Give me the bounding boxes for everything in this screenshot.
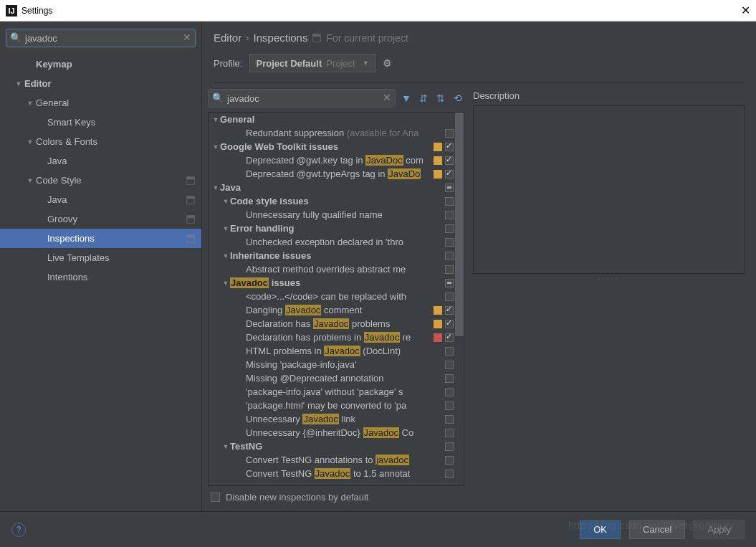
- inspection-row[interactable]: ▼TestNG: [209, 439, 464, 453]
- inspection-row[interactable]: Unnecessary fully qualified name: [209, 208, 464, 222]
- inspection-checkbox[interactable]: [445, 442, 454, 451]
- sidebar-item-editor[interactable]: ▼Editor: [0, 74, 201, 93]
- cancel-button[interactable]: Cancel: [629, 520, 685, 539]
- inspection-checkbox[interactable]: [445, 197, 454, 206]
- description-label: Description: [473, 90, 745, 101]
- inspection-checkbox[interactable]: [445, 252, 454, 260]
- inspection-checkbox[interactable]: [445, 470, 454, 478]
- profile-combo[interactable]: Project Default Project ▼: [249, 54, 375, 72]
- inspection-checkbox[interactable]: [445, 170, 454, 179]
- inspection-row[interactable]: ▼Google Web Toolkit issues: [209, 140, 464, 153]
- inspection-checkbox[interactable]: [445, 388, 454, 396]
- app-icon: IJ: [6, 5, 17, 16]
- inspection-checkbox[interactable]: [445, 374, 454, 383]
- inspection-checkbox[interactable]: [445, 292, 454, 301]
- sidebar-item-groovy[interactable]: Groovy: [0, 209, 201, 229]
- project-scope-icon: [186, 176, 196, 186]
- inspection-checkbox[interactable]: [445, 415, 454, 424]
- inspection-row[interactable]: 'package.html' may be converted to 'pa: [209, 399, 464, 412]
- inspection-checkbox[interactable]: [445, 129, 454, 138]
- severity-indicator: [434, 156, 442, 165]
- sidebar-item-inspections[interactable]: Inspections: [0, 229, 201, 248]
- inspection-row[interactable]: Convert TestNG Javadoc to 1.5 annotat: [209, 467, 464, 480]
- search-icon: 🔍: [212, 92, 224, 103]
- close-icon[interactable]: ✕: [741, 4, 750, 17]
- inspection-checkbox[interactable]: [445, 224, 454, 233]
- scrollbar[interactable]: [455, 113, 464, 485]
- sidebar-item-java[interactable]: Java: [0, 190, 201, 209]
- inspection-checkbox[interactable]: [445, 143, 454, 151]
- inspection-row[interactable]: Missing 'package-info.java': [209, 358, 464, 371]
- inspection-row[interactable]: ▼Code style issues: [209, 194, 464, 208]
- inspection-checkbox[interactable]: [445, 184, 454, 192]
- inspection-row[interactable]: Abstract method overrides abstract me: [209, 262, 464, 276]
- help-button[interactable]: ?: [11, 523, 26, 537]
- inspection-checkbox[interactable]: [445, 361, 454, 369]
- svg-rect-7: [187, 234, 195, 237]
- clear-search-icon[interactable]: ✕: [183, 32, 191, 43]
- inspection-checkbox[interactable]: [445, 156, 454, 165]
- inspection-checkbox[interactable]: [445, 401, 454, 410]
- inspection-checkbox[interactable]: [445, 279, 454, 287]
- sidebar-item-java[interactable]: Java: [0, 151, 201, 171]
- inspection-tree[interactable]: ▼GeneralRedundant suppression (available…: [208, 112, 464, 486]
- filter-icon[interactable]: ▼: [400, 92, 413, 105]
- inspection-checkbox[interactable]: [445, 347, 454, 356]
- inspection-row[interactable]: Declaration has Javadoc problems: [209, 317, 464, 330]
- inspection-row[interactable]: Unchecked exception declared in 'thro: [209, 235, 464, 249]
- inspection-row[interactable]: Convert TestNG annotations to javadoc: [209, 453, 464, 467]
- inspection-checkbox[interactable]: [445, 211, 454, 219]
- settings-tree[interactable]: Keymap▼Editor▼GeneralSmart Keys▼Colors &…: [0, 54, 201, 511]
- inspection-checkbox[interactable]: [445, 306, 454, 315]
- inspection-row[interactable]: Unnecessary Javadoc link: [209, 412, 464, 426]
- resize-grip[interactable]: ·····: [473, 274, 745, 283]
- gear-icon[interactable]: ⚙: [383, 57, 392, 69]
- sidebar-item-colors-fonts[interactable]: ▼Colors & Fonts: [0, 132, 201, 151]
- sidebar-item-live-templates[interactable]: Live Templates: [0, 248, 201, 267]
- sidebar-item-general[interactable]: ▼General: [0, 93, 201, 113]
- sidebar-item-code-style[interactable]: ▼Code Style: [0, 171, 201, 190]
- collapse-all-icon[interactable]: ⇅: [434, 92, 447, 105]
- inspection-row[interactable]: ▼Inheritance issues: [209, 249, 464, 262]
- severity-indicator: [434, 333, 442, 342]
- inspection-checkbox[interactable]: [445, 320, 454, 328]
- inspection-row[interactable]: Declaration has problems in Javadoc re: [209, 330, 464, 344]
- inspection-row[interactable]: ▼General: [209, 113, 464, 126]
- inspection-row[interactable]: 'package-info.java' without 'package' s: [209, 385, 464, 399]
- disable-new-label: Disable new inspections by default: [226, 492, 368, 503]
- reset-icon[interactable]: ⟲: [451, 92, 464, 105]
- inspection-row[interactable]: Missing @Deprecated annotation: [209, 371, 464, 385]
- inspection-row[interactable]: ▼Error handling: [209, 222, 464, 235]
- inspection-row[interactable]: HTML problems in Javadoc (DocLint): [209, 344, 464, 358]
- clear-filter-icon[interactable]: ✕: [383, 92, 391, 103]
- inspection-row[interactable]: Redundant suppression (available for Ana: [209, 126, 464, 140]
- severity-indicator: [434, 320, 442, 328]
- title-bar: IJ Settings ✕: [0, 0, 756, 22]
- inspection-checkbox[interactable]: [445, 265, 454, 274]
- disable-new-checkbox[interactable]: [211, 493, 220, 502]
- sidebar-item-smart-keys[interactable]: Smart Keys: [0, 113, 201, 132]
- inspection-filter-input[interactable]: [208, 89, 396, 108]
- sidebar-item-intentions[interactable]: Intentions: [0, 267, 201, 287]
- inspection-checkbox[interactable]: [445, 333, 454, 342]
- inspection-row[interactable]: ▼Java: [209, 181, 464, 194]
- expand-all-icon[interactable]: ⇵: [417, 92, 430, 105]
- sidebar-item-keymap[interactable]: Keymap: [0, 54, 201, 74]
- inspection-row[interactable]: Dangling Javadoc comment: [209, 303, 464, 317]
- description-panel: [473, 105, 745, 274]
- sidebar-search-input[interactable]: [6, 29, 196, 47]
- inspection-row[interactable]: <code>...</code> can be replaced with: [209, 290, 464, 303]
- inspection-checkbox[interactable]: [445, 456, 454, 465]
- inspection-row[interactable]: Unnecessary {@inheritDoc} Javadoc Co: [209, 426, 464, 439]
- inspection-row[interactable]: Deprecated @gwt.typeArgs tag in JavaDo: [209, 167, 464, 181]
- inspection-row[interactable]: ▼Javadoc issues: [209, 276, 464, 290]
- inspection-checkbox[interactable]: [445, 238, 454, 247]
- inspection-row[interactable]: Deprecated @gwt.key tag in JavaDoc com: [209, 153, 464, 167]
- breadcrumb-leaf: Inspections: [254, 32, 308, 44]
- apply-button[interactable]: Apply: [694, 520, 745, 539]
- breadcrumb-root: Editor: [214, 32, 241, 44]
- search-icon: 🔍: [10, 32, 21, 43]
- ok-button[interactable]: OK: [580, 520, 621, 539]
- inspection-checkbox[interactable]: [445, 429, 454, 437]
- breadcrumb: Editor › Inspections For current project: [202, 22, 756, 51]
